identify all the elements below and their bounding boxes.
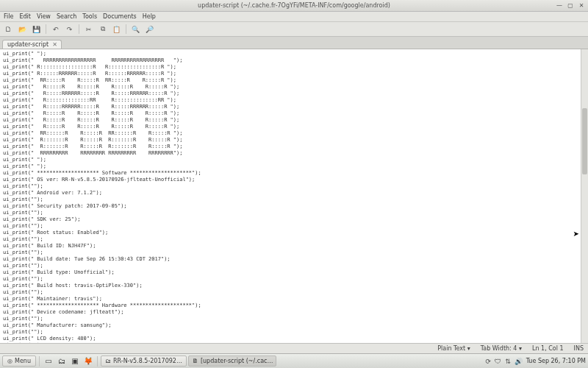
menubar: File Edit View Search Tools Documents He… xyxy=(0,12,588,22)
show-desktop-icon[interactable]: ▭ xyxy=(43,355,54,367)
menu-edit[interactable]: Edit xyxy=(19,13,31,20)
file-manager-icon[interactable]: 🗂 xyxy=(56,355,68,367)
close-button[interactable]: ✕ xyxy=(577,2,586,10)
vertical-scrollbar[interactable] xyxy=(581,49,588,343)
menu-view[interactable]: View xyxy=(37,13,51,20)
undo-icon[interactable]: ↶ xyxy=(50,24,61,35)
system-tray: ⟳ 🛡 ⇅ 🔊 Tue Sep 26, 7:10 PM xyxy=(486,358,586,365)
window-title: updater-script (~/.cache.fr-7OgYFi/META-… xyxy=(0,2,588,9)
window-icon: 🗎 xyxy=(193,358,198,364)
tab-label: updater-script xyxy=(7,41,49,48)
clock[interactable]: Tue Sep 26, 7:10 PM xyxy=(526,358,586,364)
start-menu-button[interactable]: ◎ Menu xyxy=(2,355,36,367)
tab-bar: updater-script ✕ xyxy=(0,37,588,49)
window-titlebar: updater-script (~/.cache.fr-7OgYFi/META-… xyxy=(0,0,588,12)
toolbar: 🗋 📂 💾 ↶ ↷ ✂ ⧉ 📋 🔍 🔎 xyxy=(0,22,588,37)
taskbar-window-2-label: [updater-script (~/.cac… xyxy=(201,358,273,364)
open-file-icon[interactable]: 📂 xyxy=(17,24,28,35)
taskbar-window-2[interactable]: 🗎 [updater-script (~/.cac… xyxy=(188,355,276,367)
shield-tray-icon[interactable]: 🛡 xyxy=(495,358,501,365)
window-controls: — ▢ ✕ xyxy=(555,2,586,10)
menu-documents[interactable]: Documents xyxy=(103,13,137,20)
desktop-taskbar: ◎ Menu ▭ 🗂 ▣ 🦊 🗂 RR-N-v5.8.5-2017092… 🗎 … xyxy=(0,353,588,368)
code-editor[interactable]: ui_print(" "); ui_print(" RRRRRRRRRRRRRR… xyxy=(0,49,581,343)
replace-icon[interactable]: 🔎 xyxy=(144,24,155,35)
new-file-icon[interactable]: 🗋 xyxy=(3,24,14,35)
toolbar-separator xyxy=(79,24,79,34)
line-column: Ln 1, Col 1 xyxy=(532,345,564,352)
editor-statusbar: Plain Text ▾ Tab Width: 4 ▾ Ln 1, Col 1 … xyxy=(0,343,588,353)
menu-search[interactable]: Search xyxy=(57,13,76,20)
minimize-button[interactable]: — xyxy=(555,2,564,10)
volume-tray-icon[interactable]: 🔊 xyxy=(514,358,523,365)
editor-area: ui_print(" "); ui_print(" RRRRRRRRRRRRRR… xyxy=(0,49,588,343)
taskbar-window-1-label: RR-N-v5.8.5-2017092… xyxy=(113,358,182,364)
tab-close-icon[interactable]: ✕ xyxy=(52,41,57,48)
tab-width[interactable]: Tab Width: 4 ▾ xyxy=(481,345,522,352)
terminal-icon[interactable]: ▣ xyxy=(69,355,81,367)
taskbar-window-1[interactable]: 🗂 RR-N-v5.8.5-2017092… xyxy=(101,355,187,367)
window-icon: 🗂 xyxy=(105,358,111,364)
taskbar-separator xyxy=(97,356,98,367)
tab-updater-script[interactable]: updater-script ✕ xyxy=(2,40,62,49)
cut-icon[interactable]: ✂ xyxy=(83,24,94,35)
firefox-icon[interactable]: 🦊 xyxy=(82,355,94,367)
redo-icon[interactable]: ↷ xyxy=(64,24,75,35)
syntax-mode[interactable]: Plain Text ▾ xyxy=(437,345,470,352)
maximize-button[interactable]: ▢ xyxy=(566,2,575,10)
update-tray-icon[interactable]: ⟳ xyxy=(486,358,492,365)
network-tray-icon[interactable]: ⇅ xyxy=(505,358,511,365)
mint-logo-icon: ◎ xyxy=(7,358,12,364)
copy-icon[interactable]: ⧉ xyxy=(97,24,108,35)
menu-tools[interactable]: Tools xyxy=(82,13,97,20)
toolbar-separator xyxy=(46,24,46,34)
insert-mode: INS xyxy=(574,345,584,352)
menu-file[interactable]: File xyxy=(4,13,13,20)
taskbar-separator xyxy=(39,356,40,367)
search-icon[interactable]: 🔍 xyxy=(130,24,141,35)
toolbar-separator xyxy=(126,24,126,34)
menu-help[interactable]: Help xyxy=(143,13,156,20)
mouse-cursor-icon: ➤ xyxy=(573,230,579,238)
save-file-icon[interactable]: 💾 xyxy=(31,24,42,35)
menu-label: Menu xyxy=(15,358,31,364)
scrollbar-thumb[interactable] xyxy=(582,108,587,174)
paste-icon[interactable]: 📋 xyxy=(111,24,122,35)
